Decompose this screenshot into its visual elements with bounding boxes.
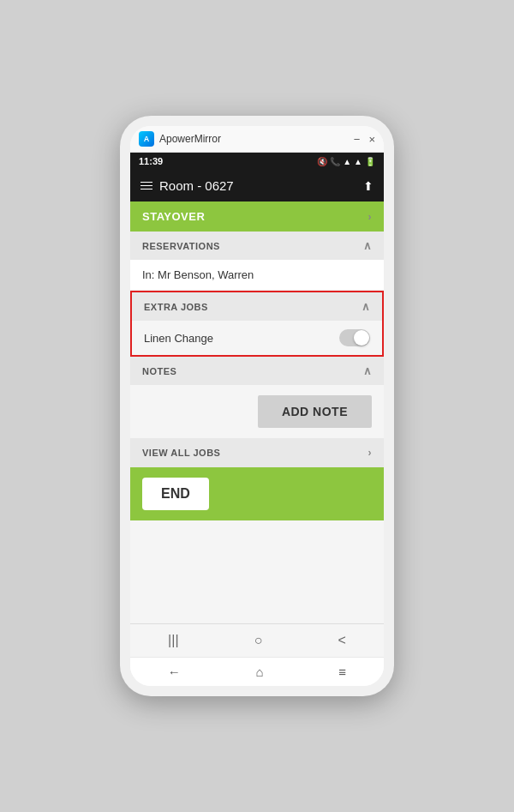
nav-home-icon[interactable]: ○	[254, 633, 263, 648]
stayover-banner[interactable]: STAYOVER ›	[130, 201, 384, 232]
call-icon: 📞	[330, 157, 340, 166]
wifi-icon: ▲	[343, 157, 351, 166]
app-header: Room - 0627 ⬆	[130, 170, 384, 201]
extra-jobs-content: Linen Change	[132, 321, 382, 355]
extra-jobs-container: EXTRA JOBS ∧ Linen Change	[130, 291, 384, 357]
notes-section: NOTES ∧ ADD NOTE	[130, 357, 384, 438]
home-back-icon[interactable]: ←	[168, 665, 181, 679]
notes-body: ADD NOTE	[130, 385, 384, 438]
share-icon[interactable]: ⬆	[363, 179, 374, 193]
phone-screen: A ApowerMirror − × 11:39 🔇 📞 ▲ ▲ 🔋	[130, 126, 384, 686]
linen-change-toggle[interactable]	[339, 329, 370, 346]
phone-frame: A ApowerMirror − × 11:39 🔇 📞 ▲ ▲ 🔋	[120, 116, 394, 696]
linen-change-label: Linen Change	[144, 332, 213, 345]
apower-window-controls: − ×	[354, 133, 375, 146]
extra-jobs-header[interactable]: EXTRA JOBS ∧	[132, 292, 382, 321]
extra-jobs-collapse-icon[interactable]: ∧	[362, 300, 371, 313]
status-icons: 🔇 📞 ▲ ▲ 🔋	[317, 157, 375, 166]
mute-icon: 🔇	[317, 157, 327, 166]
signal-icon: ▲	[354, 157, 362, 166]
home-home-icon[interactable]: ⌂	[256, 665, 264, 679]
notes-label: NOTES	[142, 366, 176, 376]
view-all-jobs-row[interactable]: VIEW ALL JOBS ›	[130, 438, 384, 467]
hamburger-menu-icon[interactable]	[140, 182, 152, 190]
reservations-header[interactable]: RESERVATIONS ∧	[130, 232, 384, 260]
notes-collapse-icon[interactable]: ∧	[363, 364, 373, 377]
status-time: 11:39	[139, 156, 163, 166]
room-title: Room - 0627	[159, 178, 234, 193]
nav-back-icon[interactable]: <	[338, 633, 346, 648]
view-all-jobs-label: VIEW ALL JOBS	[142, 448, 220, 458]
apower-left: A ApowerMirror	[139, 131, 221, 147]
close-button[interactable]: ×	[368, 133, 375, 146]
battery-icon: 🔋	[365, 157, 375, 166]
status-bar: 11:39 🔇 📞 ▲ ▲ 🔋	[130, 153, 384, 170]
nav-menu-icon[interactable]: |||	[168, 633, 178, 648]
android-nav-bar: ||| ○ <	[130, 623, 384, 657]
reservations-content: In: Mr Benson, Warren	[130, 260, 384, 291]
stayover-chevron-icon: ›	[368, 211, 373, 223]
end-button[interactable]: END	[142, 478, 209, 510]
header-left: Room - 0627	[140, 178, 234, 193]
reservations-collapse-icon[interactable]: ∧	[363, 239, 373, 252]
minimize-button[interactable]: −	[354, 133, 361, 146]
end-section: END	[130, 467, 384, 520]
apower-logo-icon: A	[139, 131, 154, 147]
extra-jobs-label: EXTRA JOBS	[144, 302, 208, 312]
apower-app-title: ApowerMirror	[159, 133, 221, 145]
home-menu-icon[interactable]: ≡	[338, 665, 346, 679]
guest-name: In: Mr Benson, Warren	[142, 268, 254, 281]
notes-header[interactable]: NOTES ∧	[130, 357, 384, 385]
view-all-jobs-chevron-icon: ›	[368, 447, 373, 459]
reservations-label: RESERVATIONS	[142, 241, 220, 251]
stayover-label: STAYOVER	[142, 210, 205, 223]
empty-content-area	[130, 520, 384, 623]
add-note-button[interactable]: ADD NOTE	[258, 395, 372, 428]
apower-titlebar: A ApowerMirror − ×	[130, 126, 384, 153]
android-home-bar: ← ⌂ ≡	[130, 657, 384, 686]
toggle-knob	[354, 330, 369, 346]
